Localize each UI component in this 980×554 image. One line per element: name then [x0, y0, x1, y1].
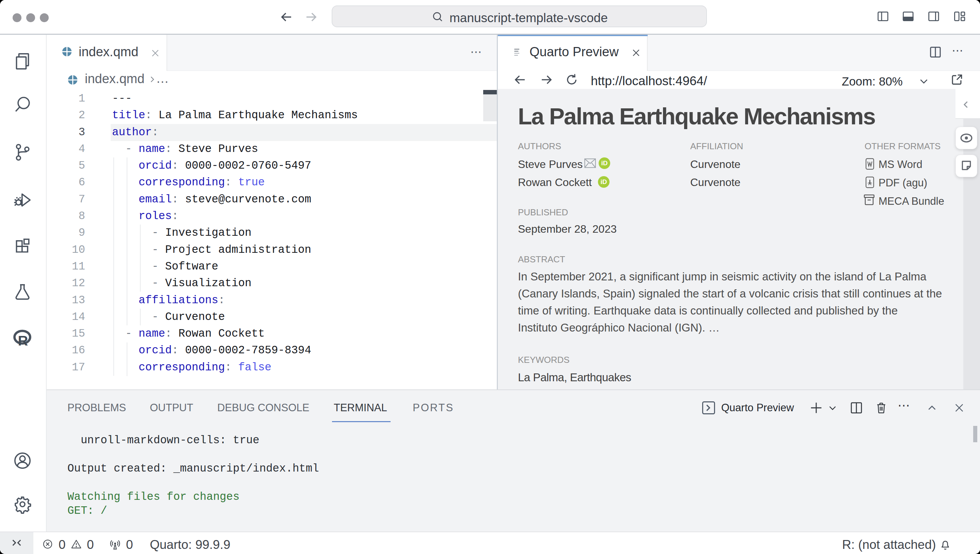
svg-text:R: R [18, 333, 28, 348]
